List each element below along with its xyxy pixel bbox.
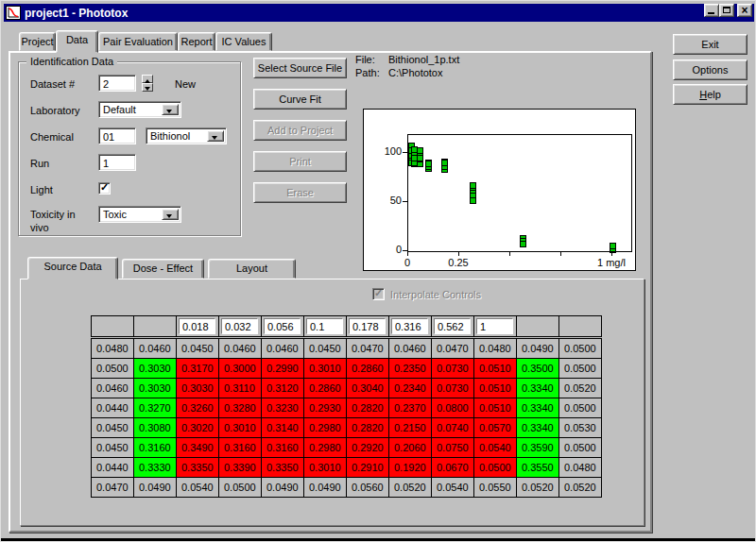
table-cell[interactable]: 0.0540 — [432, 478, 473, 497]
table-cell[interactable]: 0.3330 — [134, 458, 176, 477]
table-cell[interactable]: 0.0550 — [474, 478, 516, 497]
table-cell[interactable]: 0.3010 — [304, 458, 346, 477]
table-cell[interactable]: 0.0520 — [517, 478, 558, 497]
concentration-input[interactable] — [264, 318, 301, 334]
table-cell[interactable]: 0.0480 — [559, 458, 601, 477]
concentration-input[interactable] — [179, 318, 215, 334]
table-cell[interactable]: 0.0500 — [559, 438, 601, 457]
run-input[interactable] — [98, 154, 136, 171]
table-cell[interactable]: 0.3280 — [219, 398, 261, 417]
table-cell[interactable]: 0.2920 — [347, 438, 388, 457]
table-cell[interactable]: 0.3260 — [177, 398, 218, 417]
table-cell[interactable]: 0.3020 — [177, 418, 218, 437]
curve-fit-button[interactable]: Curve Fit — [253, 89, 347, 110]
table-cell[interactable]: 0.3340 — [517, 398, 558, 417]
concentration-input[interactable] — [221, 318, 258, 334]
table-cell[interactable]: 0.3110 — [219, 379, 261, 398]
table-cell[interactable]: 0.0460 — [389, 339, 431, 358]
table-cell[interactable]: 0.0500 — [474, 458, 516, 477]
table-cell[interactable]: 0.2350 — [389, 359, 431, 378]
options-button[interactable]: Options — [673, 59, 747, 80]
table-cell[interactable]: 0.0560 — [347, 478, 388, 497]
table-cell[interactable]: 0.3390 — [219, 458, 261, 477]
table-cell[interactable]: 0.3160 — [219, 438, 261, 457]
select-source-file-button[interactable]: Select Source File — [253, 58, 347, 78]
table-cell[interactable]: 0.0540 — [177, 478, 218, 497]
table-cell[interactable]: 0.3490 — [177, 438, 218, 457]
table-cell[interactable]: 0.0520 — [559, 478, 601, 497]
table-cell[interactable]: 0.0490 — [304, 478, 346, 497]
light-checkbox[interactable]: ✓ — [98, 182, 111, 195]
table-cell[interactable]: 0.0460 — [92, 379, 133, 398]
table-cell[interactable]: 0.2150 — [389, 418, 431, 437]
table-cell[interactable]: 0.3340 — [517, 379, 558, 398]
table-cell[interactable]: 0.0470 — [432, 339, 473, 358]
table-cell[interactable]: 0.0500 — [559, 398, 601, 417]
table-cell[interactable]: 0.0500 — [559, 339, 601, 358]
table-cell[interactable]: 0.0670 — [432, 458, 473, 477]
table-cell[interactable]: 0.2370 — [389, 398, 431, 417]
table-cell[interactable]: 0.3000 — [219, 359, 261, 378]
table-cell[interactable]: 0.0460 — [219, 339, 261, 358]
table-cell[interactable]: 0.3350 — [177, 458, 218, 477]
concentration-input[interactable] — [476, 318, 513, 334]
table-cell[interactable]: 0.0730 — [432, 359, 473, 378]
table-cell[interactable]: 0.3010 — [304, 359, 346, 378]
table-cell[interactable]: 0.0450 — [304, 339, 346, 358]
table-cell[interactable]: 0.2860 — [347, 359, 388, 378]
table-cell[interactable]: 0.0740 — [432, 418, 473, 437]
table-cell[interactable]: 0.3120 — [262, 379, 303, 398]
table-cell[interactable]: 0.0800 — [432, 398, 473, 417]
tab-pair-evaluation[interactable]: Pair Evaluation — [98, 32, 178, 51]
tab-layout[interactable]: Layout — [208, 259, 296, 279]
table-cell[interactable]: 0.3500 — [517, 359, 558, 378]
table-cell[interactable]: 0.3340 — [517, 418, 558, 437]
dropdown-button[interactable] — [207, 130, 224, 142]
maximize-button[interactable] — [719, 4, 734, 17]
table-cell[interactable]: 0.0450 — [92, 438, 133, 457]
table-cell[interactable]: 0.0460 — [262, 339, 303, 358]
table-cell[interactable]: 0.2910 — [347, 458, 388, 477]
table-cell[interactable]: 0.2340 — [389, 379, 431, 398]
dropdown-button[interactable] — [162, 104, 179, 115]
table-cell[interactable]: 0.3040 — [347, 379, 388, 398]
table-cell[interactable]: 0.2820 — [347, 398, 388, 417]
table-cell[interactable]: 0.3230 — [262, 398, 303, 417]
table-cell[interactable]: 0.1920 — [389, 458, 431, 477]
table-cell[interactable]: 0.2990 — [262, 359, 303, 378]
table-cell[interactable]: 0.0490 — [134, 478, 176, 497]
table-cell[interactable]: 0.0440 — [92, 458, 133, 477]
titlebar[interactable]: project1 - Phototox — [4, 4, 754, 22]
toxicity-select[interactable]: Toxic — [98, 206, 181, 223]
table-cell[interactable]: 0.3080 — [134, 418, 176, 437]
help-button[interactable]: Help — [673, 84, 747, 105]
concentration-input[interactable] — [434, 318, 471, 334]
table-cell[interactable]: 0.3590 — [517, 438, 558, 457]
chemical-code-input[interactable] — [98, 127, 136, 144]
tab-project[interactable]: Project — [19, 32, 56, 51]
minimize-button[interactable] — [704, 4, 719, 17]
table-cell[interactable]: 0.3010 — [219, 418, 261, 437]
table-cell[interactable]: 0.0510 — [474, 359, 516, 378]
table-cell[interactable]: 0.0450 — [92, 418, 133, 437]
table-cell[interactable]: 0.0470 — [347, 339, 388, 358]
concentration-input[interactable] — [306, 318, 343, 334]
table-cell[interactable]: 0.3350 — [262, 458, 303, 477]
dropdown-button[interactable] — [162, 209, 179, 220]
table-cell[interactable]: 0.0470 — [92, 478, 133, 497]
table-cell[interactable]: 0.0520 — [389, 478, 431, 497]
table-cell[interactable]: 0.2820 — [347, 418, 388, 437]
table-cell[interactable]: 0.0490 — [262, 478, 303, 497]
table-cell[interactable]: 0.2930 — [304, 398, 346, 417]
tab-dose-effect[interactable]: Dose - Effect — [122, 259, 204, 279]
table-cell[interactable]: 0.0540 — [474, 438, 516, 457]
table-cell[interactable]: 0.0510 — [474, 398, 516, 417]
table-cell[interactable]: 0.3170 — [177, 359, 218, 378]
close-button[interactable]: × — [737, 4, 752, 17]
table-cell[interactable]: 0.3270 — [134, 398, 176, 417]
table-cell[interactable]: 0.0450 — [177, 339, 218, 358]
table-cell[interactable]: 0.0490 — [517, 339, 558, 358]
table-cell[interactable]: 0.0440 — [92, 398, 133, 417]
table-cell[interactable]: 0.0510 — [474, 379, 516, 398]
table-cell[interactable]: 0.3030 — [134, 379, 176, 398]
